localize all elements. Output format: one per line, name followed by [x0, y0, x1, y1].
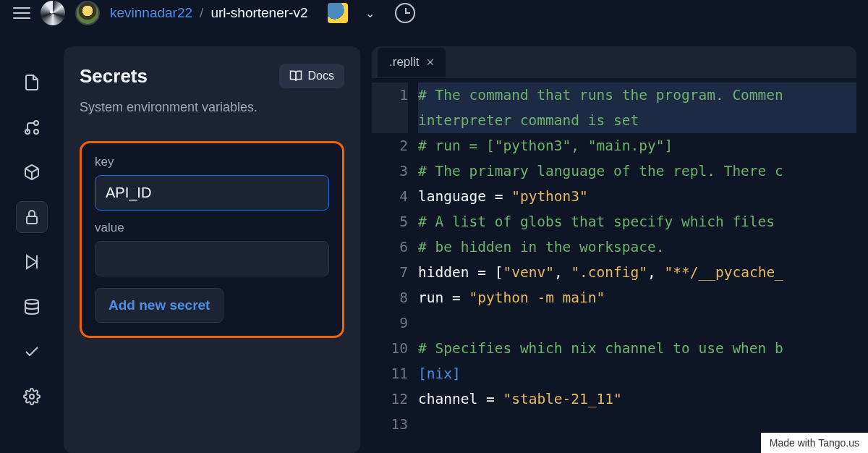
sidebar — [12, 46, 52, 453]
run-icon[interactable] — [16, 246, 48, 278]
svg-marker-5 — [27, 255, 37, 268]
check-icon[interactable] — [16, 336, 48, 368]
top-bar: kevinnadar22 / url-shortener-v2 ⌄ — [0, 0, 868, 26]
secrets-title: Secrets — [80, 65, 148, 88]
svg-point-8 — [30, 394, 34, 399]
secrets-icon[interactable] — [16, 201, 48, 233]
svg-point-2 — [34, 130, 38, 134]
close-icon[interactable]: × — [427, 55, 435, 70]
book-icon — [289, 69, 302, 82]
value-label: value — [95, 221, 329, 235]
secrets-subtitle: System environment variables. — [80, 100, 344, 115]
breadcrumb-separator: / — [200, 5, 203, 21]
svg-rect-4 — [27, 216, 37, 224]
key-input[interactable] — [95, 175, 329, 211]
settings-icon[interactable] — [16, 381, 48, 412]
tab-bar: .replit × — [372, 46, 856, 78]
docs-button[interactable]: Docs — [279, 64, 344, 88]
secret-form: key value Add new secret — [80, 141, 344, 338]
files-icon[interactable] — [16, 67, 48, 98]
line-gutter: 12345678910111213 — [372, 78, 418, 453]
database-icon[interactable] — [16, 291, 48, 323]
svg-point-7 — [25, 300, 38, 304]
secrets-panel: Secrets Docs System environment variable… — [64, 46, 360, 453]
code-editor[interactable]: 12345678910111213 # The command that run… — [372, 78, 856, 453]
menu-icon[interactable] — [13, 7, 30, 19]
python-icon — [328, 3, 348, 23]
replit-logo-icon[interactable] — [41, 1, 65, 25]
breadcrumb-user[interactable]: kevinnadar22 — [110, 5, 192, 21]
history-icon[interactable] — [395, 3, 415, 23]
add-secret-button[interactable]: Add new secret — [95, 288, 224, 323]
chevron-down-icon[interactable]: ⌄ — [365, 7, 375, 20]
tab-label: .replit — [389, 55, 420, 69]
value-input[interactable] — [95, 241, 329, 276]
breadcrumb-repo[interactable]: url-shortener-v2 — [210, 5, 307, 21]
docs-label: Docs — [308, 69, 334, 82]
svg-point-0 — [34, 121, 38, 125]
code-lines: # The command that runs the program. Com… — [418, 78, 856, 453]
tab-replit[interactable]: .replit × — [378, 48, 446, 77]
avatar[interactable] — [75, 1, 100, 25]
editor-panel: .replit × 12345678910111213 # The comman… — [372, 46, 856, 453]
watermark: Made with Tango.us — [761, 433, 868, 453]
key-label: key — [95, 155, 329, 169]
breadcrumb: kevinnadar22 / url-shortener-v2 — [110, 5, 307, 21]
version-control-icon[interactable] — [16, 111, 48, 143]
packages-icon[interactable] — [16, 156, 48, 188]
